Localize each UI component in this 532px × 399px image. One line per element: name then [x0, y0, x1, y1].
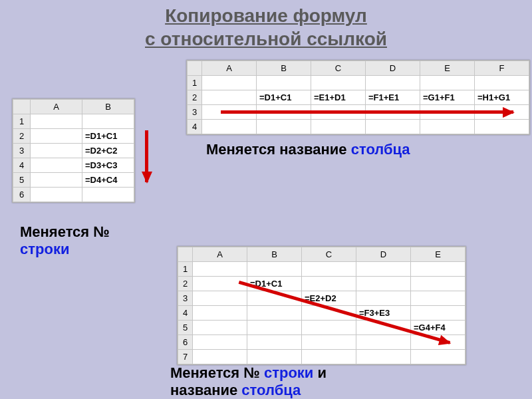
slide-title: Копирование формул с относительной ссылк…	[0, 0, 532, 51]
row-header: 2	[13, 129, 31, 144]
caption-column-changes: Меняется название столбца	[206, 141, 410, 158]
cell	[311, 76, 366, 90]
cell	[193, 306, 247, 321]
cell	[247, 335, 302, 350]
cell	[31, 188, 82, 202]
col-header: B	[247, 247, 302, 262]
row-header: 6	[178, 335, 193, 350]
formula-cell: =H1+G1	[475, 90, 529, 105]
spreadsheet-horizontal: A B C D E F 1 2 =D1+C1 =E1+D1 =F1+E1 =G1…	[186, 60, 530, 135]
formula-cell: =D1+C1	[82, 129, 134, 144]
cell	[420, 120, 475, 134]
cell	[31, 158, 82, 173]
cell	[247, 262, 302, 277]
formula-cell: =D3+C3	[82, 158, 134, 173]
cell	[202, 76, 257, 90]
cell	[193, 291, 247, 306]
row-header: 4	[13, 158, 31, 173]
caption-highlight: столбца	[237, 382, 301, 398]
cell	[411, 277, 466, 291]
row-header: 1	[188, 76, 202, 90]
cell	[193, 350, 247, 364]
cell	[31, 129, 82, 144]
col-header: A	[193, 247, 247, 262]
row-header: 2	[178, 277, 193, 291]
cell	[247, 350, 302, 364]
cell	[356, 335, 411, 350]
row-header: 4	[188, 120, 202, 134]
col-header: C	[311, 61, 366, 76]
cell	[475, 76, 529, 90]
corner-cell	[188, 61, 202, 76]
formula-cell: =D1+C1	[257, 90, 311, 105]
cell	[411, 306, 466, 321]
caption-text: и	[313, 364, 327, 381]
cell	[302, 335, 356, 350]
col-header: B	[82, 100, 134, 114]
arrow-right-icon	[221, 110, 513, 114]
cell	[31, 114, 82, 129]
col-header: A	[31, 100, 82, 114]
caption-text: Меняется №	[170, 364, 264, 381]
row-header: 7	[178, 350, 193, 364]
caption-text: название	[170, 382, 237, 398]
row-header: 5	[178, 321, 193, 335]
cell	[366, 120, 420, 134]
cell	[366, 76, 420, 90]
cell	[193, 321, 247, 335]
col-header: D	[356, 247, 411, 262]
cell	[202, 120, 257, 134]
col-header: A	[202, 61, 257, 76]
col-header: E	[411, 247, 466, 262]
caption-text: Меняется №	[20, 223, 110, 240]
formula-cell: =D2+C2	[82, 144, 134, 158]
formula-cell: =E1+D1	[311, 90, 366, 105]
formula-cell: =F1+E1	[366, 90, 420, 105]
spreadsheet-vertical-table: A B 1 2=D1+C1 3=D2+C2 4=D3+C3 5=D4+C4 6	[13, 99, 134, 202]
caption-highlight: столбца	[351, 141, 410, 158]
caption-text: Меняется название	[206, 141, 351, 158]
cell	[82, 188, 134, 202]
cell	[247, 306, 302, 321]
cell	[193, 262, 247, 277]
row-header: 5	[13, 173, 31, 188]
cell	[302, 262, 356, 277]
formula-cell: =G1+F1	[420, 90, 475, 105]
col-header: E	[420, 61, 475, 76]
cell	[82, 114, 134, 129]
cell	[356, 291, 411, 306]
caption-both-change: Меняется № строки и название столбца	[170, 364, 489, 399]
spreadsheet-horizontal-table: A B C D E F 1 2 =D1+C1 =E1+D1 =F1+E1 =G1…	[187, 61, 529, 134]
cell	[311, 120, 366, 134]
caption-highlight: строки	[264, 364, 313, 381]
row-header: 4	[178, 306, 193, 321]
row-header: 3	[178, 291, 193, 306]
corner-cell	[13, 100, 31, 114]
title-line-2: с относительной ссылкой	[145, 29, 387, 49]
cell	[411, 350, 466, 364]
row-header: 3	[13, 144, 31, 158]
spreadsheet-vertical: A B 1 2=D1+C1 3=D2+C2 4=D3+C3 5=D4+C4 6	[12, 98, 135, 203]
row-header: 3	[188, 105, 202, 120]
cell	[411, 262, 466, 277]
cell	[356, 277, 411, 291]
caption-highlight: строки	[20, 241, 69, 257]
col-header: F	[475, 61, 529, 76]
cell	[411, 291, 466, 306]
corner-cell	[178, 247, 193, 262]
cell	[356, 350, 411, 364]
cell	[31, 144, 82, 158]
cell	[257, 120, 311, 134]
row-header: 2	[188, 90, 202, 105]
cell	[475, 120, 529, 134]
cell	[302, 321, 356, 335]
cell	[420, 76, 475, 90]
cell	[356, 262, 411, 277]
cell	[302, 277, 356, 291]
col-header: C	[302, 247, 356, 262]
caption-row-changes: Меняется № строки	[20, 223, 160, 258]
title-line-1: Копирование формул	[165, 5, 367, 26]
cell	[193, 335, 247, 350]
cell	[247, 321, 302, 335]
cell	[257, 76, 311, 90]
